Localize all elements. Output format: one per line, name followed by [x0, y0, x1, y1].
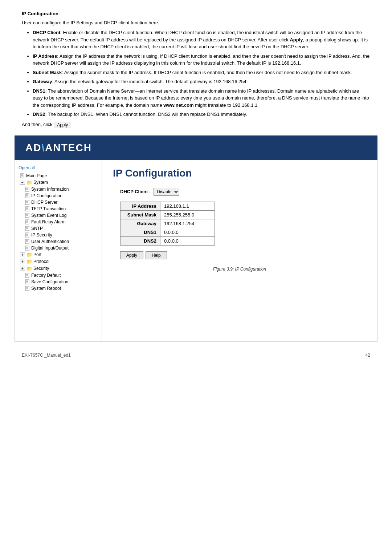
ip-address-value[interactable]: [160, 202, 215, 210]
page-icon-tftp: [25, 206, 30, 211]
dns2-input[interactable]: [164, 238, 211, 244]
sidebar-item-protocol[interactable]: + 📁 Protocol: [15, 258, 102, 265]
main-content: Open all Main Page − 📁 System System Inf…: [15, 160, 377, 342]
bullet-ip: IP Address: Assign the IP address that t…: [33, 53, 370, 67]
dhcp-select[interactable]: Disable Enable: [154, 188, 179, 196]
sidebar-item-tftp[interactable]: TFTP Transaction: [15, 206, 102, 212]
bullet-dns1-bold: DNS1: [33, 88, 45, 94]
sidebar-label-system: System: [33, 180, 48, 185]
svg-rect-0: [20, 174, 24, 178]
page-title: IP Configuration: [113, 167, 366, 179]
bullet-dhcp-bold: DHCP Client: [33, 30, 60, 35]
bullet-dns2: DNS2: The backup for DNS1. When DNS1 can…: [33, 111, 370, 118]
dns1-input[interactable]: [164, 230, 211, 235]
sidebar-item-ip-security[interactable]: IP Security: [15, 232, 102, 238]
table-row-ip: IP Address: [121, 202, 215, 210]
bullet-dns2-bold: DNS2: [33, 112, 45, 117]
dhcp-label: DHCP Client :: [120, 189, 151, 194]
sidebar-item-user-authentication[interactable]: User Authentication: [15, 238, 102, 245]
svg-rect-28: [25, 226, 29, 231]
bullet-subnet: Subnet Mask: Assign the subnet mask to t…: [33, 69, 370, 76]
svg-rect-24: [25, 220, 29, 224]
help-button[interactable]: Help: [146, 251, 167, 259]
page-icon-sysinfo: [25, 187, 30, 192]
ip-table: IP Address Subnet Mask Gateway DNS1 DNS2: [120, 202, 215, 246]
page-icon-ipsec: [25, 232, 30, 238]
subnet-mask-value[interactable]: [160, 210, 215, 219]
sidebar-open-all[interactable]: Open all: [15, 165, 102, 173]
ip-address-input[interactable]: [164, 203, 211, 209]
sidebar-item-factory-default[interactable]: Factory Default: [15, 272, 102, 279]
apply-note: And then, click Apply: [22, 122, 370, 128]
page-icon-dhcp: [25, 200, 30, 205]
sidebar-item-system[interactable]: − 📁 System: [15, 179, 102, 186]
sidebar-label-tftp: TFTP Transaction: [31, 206, 66, 211]
page-icon-savecfg: [25, 279, 30, 284]
page-icon-sntp: [25, 226, 30, 231]
plus-icon-security: +: [20, 266, 25, 271]
folder-icon-protocol: 📁: [26, 259, 32, 264]
table-row-dns1: DNS1: [121, 228, 215, 236]
svg-rect-12: [25, 200, 29, 204]
svg-rect-8: [25, 194, 29, 198]
plus-icon-protocol: +: [20, 259, 25, 264]
page-icon-fault: [25, 219, 30, 224]
svg-rect-48: [25, 280, 29, 284]
sidebar-label-user-authentication: User Authentication: [31, 239, 69, 244]
dns1-label: DNS1: [121, 228, 160, 236]
gateway-value[interactable]: [160, 219, 215, 228]
bullet-dns1-domain: www.net.com: [163, 102, 193, 108]
apply-button[interactable]: Apply: [120, 251, 143, 259]
page-icon-ipcfg: [25, 193, 30, 198]
sidebar-item-fault-relay-alarm[interactable]: Fault Relay Alarm: [15, 219, 102, 225]
doc-intro: User can configure the IP Settings and D…: [22, 20, 370, 25]
sidebar-item-system-reboot[interactable]: System Reboot: [15, 285, 102, 292]
subnet-mask-input[interactable]: [164, 212, 211, 218]
dns2-value[interactable]: [160, 236, 215, 245]
bullet-gateway: Gateway: Assign the network gateway for …: [33, 78, 370, 85]
table-row-gateway: Gateway: [121, 219, 215, 228]
sidebar-item-system-event-log[interactable]: System Event Log: [15, 212, 102, 219]
sidebar-label-dhcp-server: DHCP Server: [31, 200, 57, 205]
footer-manual: EKI-7657C _Manual_ed1: [22, 353, 71, 358]
svg-rect-20: [25, 213, 29, 218]
table-row-subnet: Subnet Mask: [121, 210, 215, 219]
sidebar-label-factory-default: Factory Default: [31, 273, 61, 278]
sidebar-label-system-information: System Information: [31, 187, 69, 192]
page-icon-eventlog: [25, 213, 30, 218]
sidebar-item-dhcp-server[interactable]: DHCP Server: [15, 199, 102, 206]
page-icon-userauth: [25, 239, 30, 244]
svg-rect-32: [25, 233, 29, 237]
apply-inline-button[interactable]: Apply: [54, 122, 71, 128]
sidebar-label-system-event-log: System Event Log: [31, 213, 66, 218]
sidebar-item-main-page[interactable]: Main Page: [15, 173, 102, 179]
bullet-gateway-bold: Gateway: [33, 79, 52, 84]
sidebar-item-system-information[interactable]: System Information: [15, 186, 102, 193]
bullet-dhcp: DHCP Client: Enable or disable the DHCP …: [33, 29, 370, 50]
subnet-mask-label: Subnet Mask: [121, 210, 160, 219]
sidebar-item-security[interactable]: + 📁 Security: [15, 265, 102, 272]
dns2-label: DNS2: [121, 236, 160, 245]
sidebar-label-sntp: SNTP: [31, 226, 43, 231]
sidebar-item-ip-configuration[interactable]: IP Configuration: [15, 193, 102, 199]
sidebar-item-port[interactable]: + 📁 Port: [15, 251, 102, 258]
bullet-dhcp-apply: Apply: [290, 37, 303, 42]
sidebar-item-sntp[interactable]: SNTP: [15, 225, 102, 232]
svg-rect-52: [25, 286, 29, 291]
gateway-input[interactable]: [164, 221, 211, 226]
footer-page: 42: [366, 353, 370, 358]
svg-rect-40: [25, 246, 29, 250]
sidebar-item-digital-io[interactable]: Digital Input/Output: [15, 245, 102, 251]
sidebar-label-save-configuration: Save Configuration: [31, 279, 68, 284]
page-icon-reboot: [25, 286, 30, 291]
advantech-banner: AD\ANTECH: [15, 135, 377, 160]
page-icon-digitalio: [25, 246, 30, 251]
ip-address-label: IP Address: [121, 202, 160, 210]
sidebar-item-save-configuration[interactable]: Save Configuration: [15, 279, 102, 285]
sidebar-label-system-reboot: System Reboot: [31, 286, 61, 291]
dns1-value[interactable]: [160, 228, 215, 236]
sidebar-label-digital-io: Digital Input/Output: [31, 246, 69, 251]
bullet-subnet-bold: Subnet Mask: [33, 70, 62, 75]
svg-rect-36: [25, 239, 29, 244]
minus-icon: −: [20, 180, 25, 185]
